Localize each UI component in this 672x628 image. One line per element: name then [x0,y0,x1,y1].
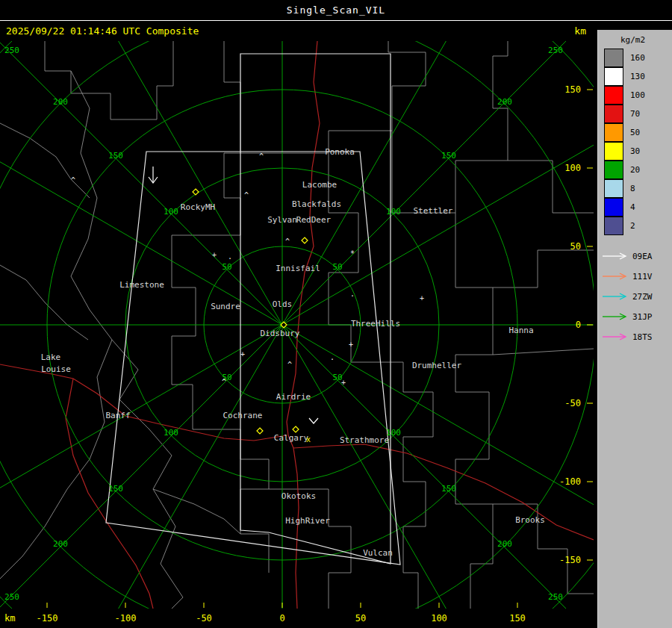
county-boundary-line [0,123,90,198]
radar-map[interactable]: 5010015020025050100150200250501001502002… [0,41,594,609]
radar-id-label: 111V [632,272,653,282]
county-boundary-line [0,265,88,340]
title-bar: Single_Scan_VIL [0,0,672,21]
storm-cell-diamond-marker [293,426,299,432]
map-caret-marker: ^ [259,152,264,161]
range-label: 50 [222,262,231,272]
bottom-axis-label: -150 [32,613,62,624]
bottom-axis-unit-label: km [4,613,15,624]
info-bar: 2025/09/22 01:14:46 UTC Composite km [0,21,594,41]
city-label-innisfail: Innisfail [276,264,320,273]
range-label: 150 [108,484,123,494]
scale-value-label: 30 [630,146,640,156]
radar-coverage-outline [240,54,391,564]
scale-row: 30 [604,142,672,161]
range-label: 250 [4,592,19,602]
radar-coverage-outline [106,152,400,565]
county-boundary-line [240,41,426,153]
city-label-calgary: Calgary [274,433,309,443]
radar-id-label: 09EA [632,252,653,261]
right-axis-label: -150 [559,555,581,565]
legend-panel: kg/m2 16013010070503020842 09EA111V27ZW3… [597,30,672,628]
city-label-hanna: Hanna [508,326,533,335]
city-label-lake: Lake [41,352,61,362]
radar-id-label: 27ZW [632,292,653,302]
map-caret-marker: ^ [71,176,75,184]
city-label-reddeer: RedDeer [296,215,332,225]
range-label: 250 [548,46,563,55]
scale-color-swatch [604,49,623,67]
county-boundary-line [493,250,594,287]
range-label: 100 [386,207,401,217]
radar-site-legend: 09EA111V27ZW31JP18TS [598,246,672,358]
range-label: 100 [164,207,178,217]
map-asterisk-marker: * [350,249,355,258]
city-label-ponoka: Ponoka [325,147,355,157]
range-label: 250 [548,592,563,602]
city-label-rockymh: RockyMH [181,202,215,212]
range-label: 150 [441,151,456,161]
city-label-limestone: Limestone [119,280,164,290]
right-axis-label: -100 [559,476,581,487]
storm-cell-diamond-marker [257,428,263,434]
range-label: 50 [332,262,342,272]
map-pluse-marker: + [240,350,245,358]
map-caret-marker: ^ [287,361,292,369]
city-label-blackfalds: Blackfalds [292,199,341,209]
city-label-stettler: Stettler [414,206,453,216]
right-axis-label: 100 [564,163,581,173]
map-caret-marker: ^ [244,191,249,199]
map-dot-marker: · [228,255,232,263]
storm-cell-diamond-marker [193,189,199,195]
city-label-highriver: HighRiver [285,516,330,526]
county-boundary-line [45,41,173,119]
color-scale: 16013010070503020842 [598,49,672,235]
city-label-lacombe: Lacombe [302,180,337,190]
scale-row: 160 [604,49,672,67]
scale-color-swatch [604,105,623,123]
timestamp-label: 2025/09/22 01:14:46 UTC Composite [6,25,199,37]
map-caret-marker: ^ [222,378,226,386]
scale-color-swatch [604,86,623,105]
azimuth-spoke-300 [0,101,282,325]
right-axis-label: 0 [576,320,581,330]
map-crosse-marker: x [306,435,311,444]
range-label: 250 [4,46,19,55]
scale-value-label: 70 [630,109,640,119]
scale-value-label: 4 [630,202,635,212]
bottom-axis: km -150-100-50050100150 [0,609,594,628]
scale-row: 20 [604,161,672,179]
map-caret-marker: ^ [285,237,290,246]
county-boundary-line [351,362,433,609]
azimuth-spoke-210 [58,325,282,609]
right-axis-label: 150 [564,84,581,95]
scale-value-label: 100 [630,90,645,100]
city-label-louise: Louise [41,364,71,374]
scale-value-label: 130 [630,72,645,81]
bottom-axis-label: -100 [111,613,140,624]
map-pluse-marker: + [341,379,346,387]
radar-id-label: 18TS [632,332,653,342]
bottom-axis-label: 100 [424,613,454,624]
city-label-olds: Olds [273,299,293,309]
scale-row: 4 [604,198,672,217]
range-label: 150 [441,484,456,494]
radar-app-window: { "title": "Single_Scan_VIL", "header": … [0,0,672,628]
city-label-didsbury: Didsbury [261,329,300,338]
map-dot-marker: · [350,292,355,300]
scale-value-label: 2 [630,221,635,231]
scale-value-label: 50 [630,128,640,137]
scale-row: 8 [604,179,672,198]
range-label: 200 [53,97,68,107]
scale-color-swatch [604,123,623,142]
scale-row: 70 [604,105,672,123]
city-label-sundre: Sundre [211,302,240,311]
city-label-drumheller: Drumheller [412,361,462,370]
radar-map-canvas[interactable]: 5010015020025050100150200250501001502002… [0,41,594,609]
county-boundary-line [493,349,594,355]
county-boundary-line [269,489,351,609]
county-boundary-line [193,429,269,573]
scale-color-swatch [604,217,623,235]
scale-color-swatch [604,142,623,161]
scale-value-label: 8 [630,184,635,193]
